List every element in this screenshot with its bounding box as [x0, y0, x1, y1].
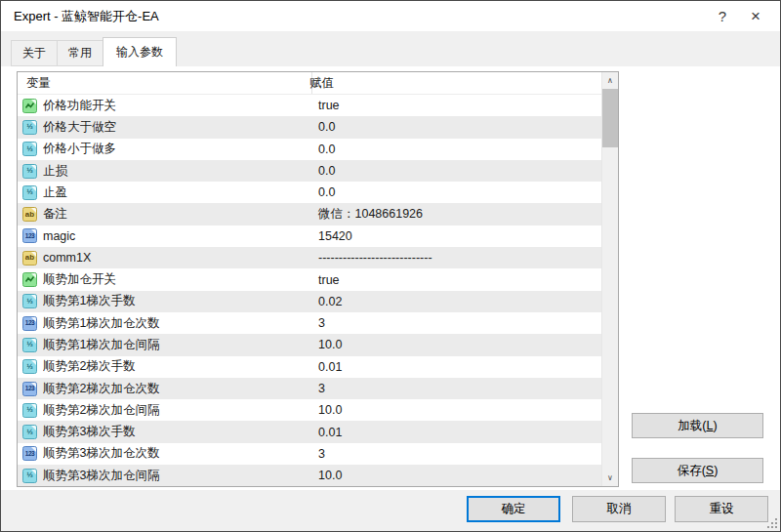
param-value[interactable]: 0.0	[318, 185, 335, 199]
param-value[interactable]: 0.01	[318, 426, 342, 439]
param-name: 顺势第1梯次加仓次数	[43, 315, 306, 332]
window-title: Expert - 蓝鲸智能开仓-EA	[14, 8, 706, 25]
tab-common[interactable]: 常用	[57, 40, 103, 66]
integer-value-icon: 123	[22, 228, 37, 243]
double-value-icon: ½	[22, 120, 37, 135]
string-value-icon: ab	[22, 207, 37, 222]
scrollbar-thumb[interactable]	[602, 89, 618, 147]
table-row[interactable]: ½ 顺势第3梯次加仓间隔 10.0	[18, 465, 601, 486]
double-value-icon: ½	[22, 403, 37, 418]
column-header-value: 赋值	[303, 75, 334, 92]
param-value[interactable]: ----------------------------	[318, 251, 432, 265]
double-value-icon: ½	[22, 425, 37, 439]
table-row[interactable]: ½ 顺势第1梯次手数 0.02	[18, 291, 601, 312]
double-value-icon: ½	[22, 142, 37, 156]
double-value-icon: ½	[22, 294, 37, 308]
reset-button[interactable]: 重设	[675, 496, 768, 522]
param-name: 止盈	[43, 184, 306, 201]
save-button[interactable]: 保存(S)	[632, 458, 763, 483]
string-value-icon: ab	[22, 251, 37, 266]
parameters-table: 变量 赋值 价格功能开关 true ½ 价格大于做空 0.0 ½	[17, 71, 619, 487]
param-name: 顺势第2梯次加仓间隔	[43, 402, 306, 419]
load-label: 加载(L)	[678, 418, 717, 434]
title-bar: Expert - 蓝鲸智能开仓-EA ? ×	[1, 1, 780, 31]
table-row[interactable]: ½ 顺势第2梯次手数 0.01	[18, 356, 601, 378]
param-value[interactable]: 10.0	[318, 469, 342, 482]
resize-grip[interactable]	[767, 518, 777, 528]
save-label: 保存(S)	[678, 463, 719, 479]
param-name: 备注	[43, 206, 306, 223]
param-value[interactable]: 0.02	[318, 295, 342, 308]
param-name: 价格小于做多	[43, 141, 306, 157]
ok-button[interactable]: 确定	[467, 496, 560, 522]
param-value[interactable]: 0.0	[318, 120, 335, 134]
table-header: 变量 赋值	[18, 72, 601, 95]
param-value[interactable]: 微信：1048661926	[318, 206, 423, 223]
table-row[interactable]: 123 magic 15420	[18, 225, 601, 247]
param-value[interactable]: 0.0	[318, 143, 335, 156]
scroll-down-icon[interactable]: ∨	[602, 470, 618, 486]
param-value[interactable]: 3	[318, 316, 325, 330]
inputs-tab-page: 变量 赋值 价格功能开关 true ½ 价格大于做空 0.0 ½	[1, 66, 780, 531]
table-row[interactable]: 123 顺势第2梯次加仓次数 3	[18, 378, 601, 399]
param-value[interactable]: 15420	[318, 229, 352, 243]
double-value-icon: ½	[22, 164, 37, 179]
integer-value-icon: 123	[22, 316, 37, 331]
param-value[interactable]: 0.0	[318, 164, 335, 178]
param-value[interactable]: true	[318, 99, 340, 112]
integer-value-icon: 123	[22, 382, 37, 396]
param-name: 顺势第1梯次加仓间隔	[43, 337, 306, 353]
cancel-button[interactable]: 取消	[572, 496, 666, 522]
param-name: 顺势第3梯次手数	[43, 424, 306, 440]
param-value[interactable]: 10.0	[318, 403, 342, 417]
table-row[interactable]: ½ 止损 0.0	[18, 160, 601, 182]
vertical-scrollbar[interactable]: ∧ ∨	[601, 72, 618, 486]
table-row[interactable]: 123 顺势第1梯次加仓次数 3	[18, 312, 601, 334]
table-row[interactable]: ½ 顺势第2梯次加仓间隔 10.0	[18, 399, 601, 421]
tab-about[interactable]: 关于	[11, 40, 58, 66]
param-name: 顺势第3梯次加仓间隔	[43, 468, 306, 484]
table-row[interactable]: ½ 价格大于做空 0.0	[18, 116, 601, 138]
table-row[interactable]: ½ 顺势第1梯次加仓间隔 10.0	[18, 334, 601, 355]
table-row[interactable]: 价格功能开关 true	[18, 95, 601, 116]
load-button[interactable]: 加载(L)	[632, 413, 763, 438]
scroll-up-icon[interactable]: ∧	[602, 72, 618, 89]
close-icon[interactable]: ×	[739, 1, 772, 31]
double-value-icon: ½	[22, 185, 37, 200]
chart-line-icon	[22, 272, 37, 287]
expert-properties-dialog: Expert - 蓝鲸智能开仓-EA ? × 关于 常用 输入参数 变量 赋值 …	[0, 0, 781, 532]
param-name: 顺势第1梯次手数	[43, 293, 306, 309]
param-name: 顺势第3梯次加仓次数	[43, 445, 306, 462]
param-value[interactable]: 3	[318, 382, 325, 395]
table-row[interactable]: 顺势加仓开关 true	[18, 268, 601, 290]
table-row[interactable]: ½ 止盈 0.0	[18, 182, 601, 203]
param-name: 顺势第2梯次手数	[43, 358, 306, 375]
tab-strip: 关于 常用 输入参数	[1, 31, 780, 66]
param-value[interactable]: true	[318, 273, 340, 287]
param-rows: 价格功能开关 true ½ 价格大于做空 0.0 ½ 价格小于做多 0.0 ½	[18, 95, 601, 486]
param-name: 顺势第2梯次加仓次数	[43, 381, 306, 397]
column-header-variable: 变量	[18, 75, 303, 92]
param-name: 价格大于做空	[43, 119, 306, 136]
double-value-icon: ½	[22, 469, 37, 483]
param-value[interactable]: 0.01	[318, 360, 342, 374]
table-row[interactable]: ½ 价格小于做多 0.0	[18, 139, 601, 160]
table-row[interactable]: ab comm1X ----------------------------	[18, 247, 601, 268]
double-value-icon: ½	[22, 338, 37, 352]
double-value-icon: ½	[22, 359, 37, 374]
table-row[interactable]: 123 顺势第3梯次加仓次数 3	[18, 443, 601, 465]
param-value[interactable]: 3	[318, 447, 325, 461]
param-name: comm1X	[43, 251, 306, 265]
param-name: 止损	[43, 163, 306, 180]
param-name: 顺势加仓开关	[43, 271, 306, 288]
chart-line-icon	[22, 99, 37, 113]
tab-inputs[interactable]: 输入参数	[103, 37, 177, 66]
help-icon[interactable]: ?	[706, 1, 739, 31]
integer-value-icon: 123	[22, 446, 37, 461]
footer-bar: 确定 取消 重设	[1, 490, 780, 531]
table-row[interactable]: ab 备注 微信：1048661926	[18, 203, 601, 225]
param-name: 价格功能开关	[43, 98, 306, 114]
table-row[interactable]: ½ 顺势第3梯次手数 0.01	[18, 421, 601, 442]
param-value[interactable]: 10.0	[318, 338, 342, 351]
param-name: magic	[43, 229, 306, 243]
